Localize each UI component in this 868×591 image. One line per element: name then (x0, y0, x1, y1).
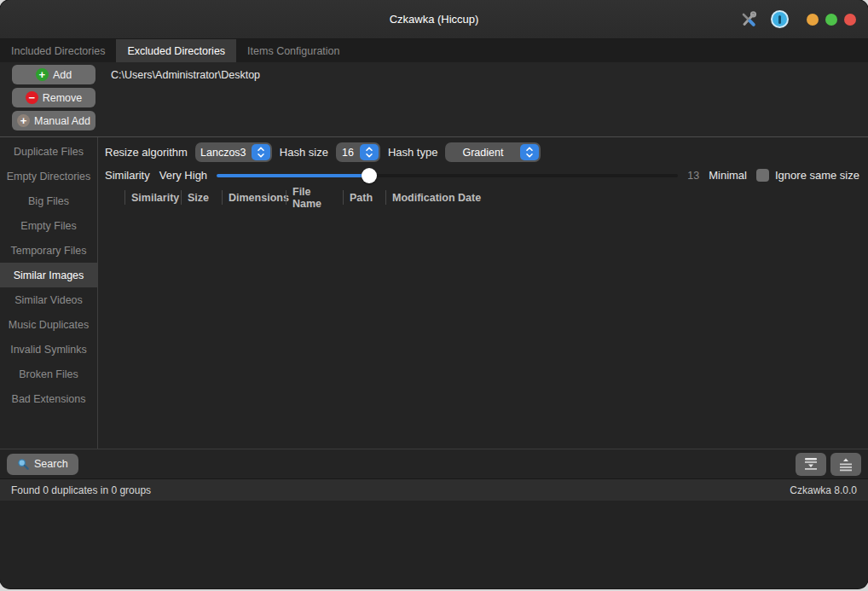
add-button-label: Add (53, 69, 72, 81)
hash-size-dropdown[interactable]: 16 (336, 142, 380, 162)
spinner-chevrons-icon[interactable] (520, 144, 539, 160)
hash-type-value: Gradient (445, 147, 520, 159)
sidebar-item-similar-videos[interactable]: Similar Videos (0, 287, 97, 312)
move-to-bottom-icon (802, 456, 819, 472)
resize-algorithm-label: Resize algorithm (105, 146, 188, 159)
window-controls (807, 14, 856, 26)
similarity-slider-fill (217, 174, 369, 177)
manual-add-plus-icon: + (17, 114, 30, 127)
column-header-path[interactable]: Path (343, 190, 385, 205)
hash-settings-row: Resize algorithm Lanczos3 Hash size 16 H… (98, 140, 868, 165)
hash-size-label: Hash size (280, 146, 328, 159)
similarity-slider[interactable] (217, 168, 678, 183)
similarity-value: 13 (687, 170, 699, 182)
sidebar-item-big-files[interactable]: Big Files (0, 188, 97, 213)
selection-column-header (98, 190, 124, 205)
hash-type-label: Hash type (388, 146, 438, 159)
main-area: Duplicate Files Empty Directories Big Fi… (0, 137, 868, 449)
app-version: Czkawka 8.0.0 (790, 484, 857, 496)
similarity-label: Similarity (105, 169, 150, 182)
sidebar-item-invalid-symlinks[interactable]: Invalid Symlinks (0, 337, 97, 362)
tab-label: Excluded Directories (127, 45, 225, 57)
excluded-directories-list: C:\Users\Administrator\Desktop (102, 62, 868, 136)
remove-button-label: Remove (43, 92, 83, 104)
sidebar-item-broken-files[interactable]: Broken Files (0, 362, 97, 386)
minimize-dot[interactable] (807, 14, 819, 26)
column-header-size[interactable]: Size (181, 190, 222, 205)
resize-algorithm-dropdown[interactable]: Lanczos3 (195, 142, 272, 162)
search-button[interactable]: Search (7, 454, 78, 475)
tools-icon[interactable] (738, 9, 759, 30)
sidebar-item-duplicate-files[interactable]: Duplicate Files (0, 139, 97, 164)
maximize-dot[interactable] (825, 14, 837, 26)
excluded-directories-panel: + Add − Remove + Manual Add C:\Users\Adm… (0, 62, 868, 137)
search-button-label: Search (34, 458, 68, 470)
app-window: Czkawka (Hiccup) (0, 0, 868, 588)
column-header-dimensions[interactable]: Dimensions (222, 190, 286, 205)
tool-sidebar: Duplicate Files Empty Directories Big Fi… (0, 137, 98, 449)
tab-label: Included Directories (11, 45, 105, 57)
statusbar: Found 0 duplicates in 0 groups Czkawka 8… (0, 478, 868, 501)
ignore-same-size-label: Ignore same size (775, 169, 859, 182)
tab-included-directories[interactable]: Included Directories (0, 39, 116, 62)
hash-size-value: 16 (336, 147, 360, 159)
sidebar-item-temporary-files[interactable]: Temporary Files (0, 238, 97, 263)
manual-add-button-label: Manual Add (34, 115, 90, 127)
similarity-slider-handle[interactable] (362, 168, 377, 183)
add-directory-button[interactable]: + Add (12, 65, 95, 84)
spinner-chevrons-icon[interactable] (252, 144, 270, 160)
info-icon[interactable] (769, 9, 790, 30)
resize-algorithm-value: Lanczos3 (195, 147, 252, 159)
bottom-empty-area (0, 501, 868, 588)
move-to-top-button[interactable] (830, 453, 861, 476)
remove-minus-icon: − (26, 91, 38, 104)
window-title: Czkawka (Hiccup) (390, 13, 479, 26)
tab-label: Items Configuration (247, 45, 339, 57)
excluded-path-item[interactable]: C:\Users\Administrator\Desktop (106, 67, 868, 83)
tab-excluded-directories[interactable]: Excluded Directories (116, 39, 236, 62)
column-header-file-name[interactable]: File Name (286, 190, 343, 205)
tab-items-configuration[interactable]: Items Configuration (236, 39, 350, 62)
status-found-text: Found 0 duplicates in 0 groups (11, 484, 151, 496)
info-circle (771, 10, 789, 28)
similarity-row: Similarity Very High 13 Minimal Ignore s… (98, 165, 868, 186)
bottom-toolbar: Search (0, 449, 868, 478)
remove-directory-button[interactable]: − Remove (12, 88, 95, 107)
directory-buttons: + Add − Remove + Manual Add (0, 62, 102, 136)
move-to-bottom-button[interactable] (796, 453, 826, 476)
results-empty-area (98, 207, 868, 449)
add-plus-icon: + (36, 68, 49, 81)
manual-add-directory-button[interactable]: + Manual Add (12, 111, 95, 130)
similarity-max-label: Minimal (709, 169, 747, 182)
titlebar: Czkawka (Hiccup) (0, 0, 868, 39)
search-icon (17, 458, 29, 470)
sidebar-item-similar-images[interactable]: Similar Images (0, 263, 97, 287)
similarity-level-text: Very High (159, 169, 207, 182)
sidebar-item-empty-files[interactable]: Empty Files (0, 213, 97, 238)
directories-tabbar: Included Directories Excluded Directorie… (0, 39, 868, 62)
column-header-modification-date[interactable]: Modification Date (385, 190, 868, 205)
sidebar-item-bad-extensions[interactable]: Bad Extensions (0, 386, 97, 411)
sidebar-item-empty-directories[interactable]: Empty Directories (0, 164, 97, 188)
spinner-chevrons-icon[interactable] (360, 144, 379, 160)
close-dot[interactable] (844, 14, 856, 26)
titlebar-controls (738, 0, 856, 38)
column-header-similarity[interactable]: Similarity (124, 190, 181, 205)
results-table-header: Similarity Size Dimensions File Name Pat… (98, 188, 868, 207)
sidebar-item-music-duplicates[interactable]: Music Duplicates (0, 312, 97, 337)
move-to-top-icon (837, 456, 854, 472)
hash-type-dropdown[interactable]: Gradient (445, 142, 541, 162)
ignore-same-size-checkbox[interactable] (756, 169, 769, 182)
similar-images-panel: Resize algorithm Lanczos3 Hash size 16 H… (98, 137, 868, 449)
